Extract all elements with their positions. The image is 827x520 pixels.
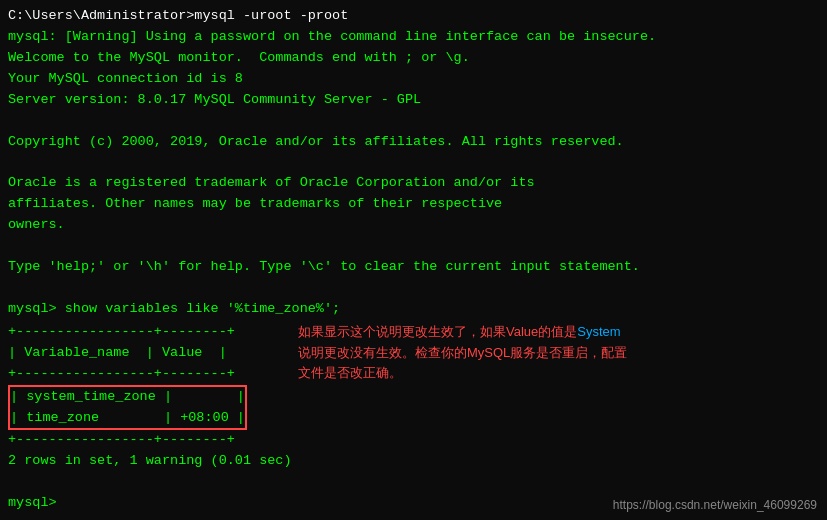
help-line: Type 'help;' or '\h' for help. Type '\c'… — [8, 257, 819, 278]
oracle1-line: Oracle is a registered trademark of Orac… — [8, 173, 819, 194]
table-section: +-----------------+--------+ | Variable_… — [8, 322, 819, 452]
blank1 — [8, 111, 819, 132]
warning-line: mysql: [Warning] Using a password on the… — [8, 27, 819, 48]
annotation-box: 如果显示这个说明更改生效了，如果Value的值是System 说明更改没有生效。… — [298, 322, 638, 384]
connid-line: Your MySQL connection id is 8 — [8, 69, 819, 90]
terminal-window: C:\Users\Administrator>mysql -uroot -pro… — [0, 0, 827, 520]
col-name-header: Variable_name — [24, 345, 129, 360]
footer-line: 2 rows in set, 1 warning (0.01 sec) — [8, 451, 819, 472]
blank2 — [8, 152, 819, 173]
table-header: | Variable_name | Value | — [8, 343, 247, 364]
command-line: C:\Users\Administrator>mysql -uroot -pro… — [8, 6, 819, 27]
oracle2-line: affiliates. Other names may be trademark… — [8, 194, 819, 215]
blank4 — [8, 278, 819, 299]
table-row-2: | time_zone | +08:00 | — [10, 408, 245, 429]
table-sep-mid: +-----------------+--------+ — [8, 364, 247, 385]
table-sep-bot: +-----------------+--------+ — [8, 430, 247, 451]
blank5 — [8, 472, 819, 493]
data-rows-box: | system_time_zone | | | time_zone | +08… — [8, 385, 247, 431]
blank3 — [8, 236, 819, 257]
annotation-line1: 如果显示这个说明更改生效了，如果Value的值是System — [298, 324, 621, 339]
annotation-line3: 文件是否改正确。 — [298, 365, 402, 380]
col-value-header: Value — [162, 345, 203, 360]
annotation-line2: 说明更改没有生效。检查你的MySQL服务是否重启，配置 — [298, 345, 627, 360]
oracle3-line: owners. — [8, 215, 819, 236]
query-line: mysql> show variables like '%time_zone%'… — [8, 299, 819, 320]
copyright-line: Copyright (c) 2000, 2019, Oracle and/or … — [8, 132, 819, 153]
watermark: https://blog.csdn.net/weixin_46099269 — [613, 498, 817, 512]
version-line: Server version: 8.0.17 MySQL Community S… — [8, 90, 819, 111]
welcome-line: Welcome to the MySQL monitor. Commands e… — [8, 48, 819, 69]
table-sep-top: +-----------------+--------+ — [8, 322, 247, 343]
table-row-1: | system_time_zone | | — [10, 387, 245, 408]
highlight-system: System — [577, 324, 620, 339]
